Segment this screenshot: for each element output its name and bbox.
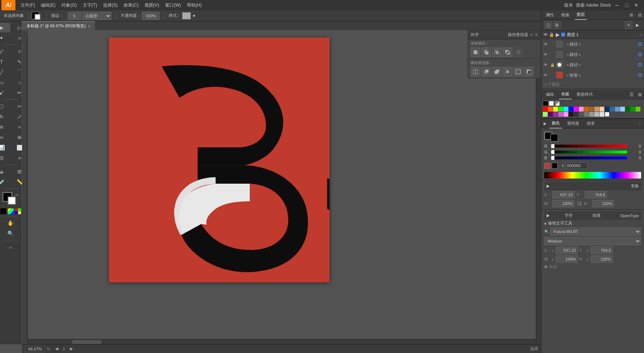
transform-title[interactable]: ▶ 变换 <box>544 182 641 190</box>
panel-close-btn[interactable]: ✕ <box>535 33 538 37</box>
menu-type[interactable]: 文字(T) <box>80 0 100 10</box>
swatch-gray1[interactable] <box>569 112 573 117</box>
pen-tool[interactable]: 🖊 <box>0 47 10 56</box>
fill-stroke-colors[interactable]: ↔ <box>3 192 19 206</box>
rotate-tool[interactable]: ↻ <box>0 112 10 121</box>
swatch-tan[interactable] <box>589 107 594 112</box>
menu-window[interactable]: 窗口(W) <box>162 0 184 10</box>
menu-effect[interactable]: 效果(C) <box>121 0 142 10</box>
hex-input[interactable] <box>566 162 588 169</box>
color-panel-options[interactable]: ⋮ <box>638 121 642 126</box>
zoom-tool[interactable]: 🔍 <box>2 229 19 238</box>
layer-item-path1[interactable]: 👁 ＜路径＞ <box>541 39 644 49</box>
type-x-input[interactable] <box>556 247 578 254</box>
font-style-select[interactable]: Medium <box>544 237 641 245</box>
shape-expand-btn[interactable] <box>513 47 523 57</box>
stroke-color[interactable] <box>8 197 16 205</box>
tab-links[interactable]: 链接 <box>559 10 572 20</box>
layer-merge-icon[interactable]: ⊞ <box>553 21 561 29</box>
swatch-gray8[interactable] <box>605 112 609 117</box>
layer1-header[interactable]: 👁 🔒 ▶ 图层 1 ○ <box>541 31 644 39</box>
layer-move-icon[interactable]: ≡ <box>625 21 632 29</box>
swatch-gray5[interactable] <box>589 112 594 117</box>
tab-gradient[interactable]: 渐变 <box>584 119 597 128</box>
layer-expand-icon[interactable]: ▶ <box>634 21 641 29</box>
pf-minus-back-btn[interactable] <box>524 67 534 77</box>
type-w-input[interactable] <box>556 255 578 263</box>
canvas-area[interactable] <box>28 30 541 344</box>
paintbrush-tool[interactable]: 🖌 <box>0 88 10 98</box>
swatch-beige[interactable] <box>594 107 599 112</box>
font-name-select[interactable]: Futura Md BT <box>550 227 641 236</box>
swatch-lightlime[interactable] <box>543 112 548 117</box>
eyedropper-tool[interactable]: 💉 <box>0 177 10 187</box>
opacity-input[interactable] <box>142 12 160 20</box>
shape-exclude-btn[interactable] <box>503 47 512 57</box>
b-track[interactable] <box>551 156 627 159</box>
magic-wand-tool[interactable]: ✦ <box>0 33 10 43</box>
color-icon[interactable] <box>8 208 14 214</box>
eye-icon-3[interactable]: 👁 <box>544 63 549 67</box>
rect-tool[interactable]: ▭ <box>0 78 10 87</box>
align-panel-header[interactable]: 对齐 路径查找器 ≡ ✕ <box>468 31 541 39</box>
swatch-gray3[interactable] <box>579 112 584 117</box>
r-track[interactable] <box>551 145 627 148</box>
swatch-cornflower[interactable] <box>615 107 620 112</box>
minimize-button[interactable]: ─ <box>614 2 620 8</box>
stroke-type-select[interactable]: 点圆形 <box>82 12 111 20</box>
swatch-pink[interactable] <box>579 107 584 112</box>
swatch-violet[interactable] <box>553 112 558 117</box>
gradient-tool[interactable]: ⬙ <box>0 167 10 176</box>
link-icon[interactable]: ⛓ <box>577 201 582 206</box>
pf-crop-btn[interactable] <box>503 67 512 77</box>
swatch-lavender[interactable] <box>558 112 563 117</box>
type-title-row[interactable]: ▶ 字符 段落 OpenType <box>544 211 641 220</box>
scroll-h-thumb[interactable] <box>72 340 102 344</box>
color-swatch-red[interactable] <box>544 163 550 169</box>
layer-item-path2[interactable]: 👁 ＜路径＞ <box>541 49 644 60</box>
swatch-lightpurple[interactable] <box>563 112 568 117</box>
tab-layers[interactable]: 图层 <box>574 10 587 20</box>
tab-close-button[interactable]: × <box>88 24 90 29</box>
expand-arrow[interactable]: ▶ <box>556 32 560 38</box>
g-track[interactable] <box>551 151 627 153</box>
layer-item-path3[interactable]: 👁 🔒 ＜路径＞ <box>541 60 644 70</box>
slice-tool[interactable]: ⊟ <box>0 153 10 163</box>
swatch-magenta[interactable] <box>574 107 579 112</box>
swatch-purple[interactable] <box>548 112 553 117</box>
swatch-black[interactable] <box>543 101 548 106</box>
swatch-lightblue[interactable] <box>620 107 625 112</box>
artboard[interactable] <box>109 38 330 282</box>
tab-color[interactable]: 颜色 <box>549 119 562 128</box>
pf-merge-btn[interactable] <box>492 67 502 77</box>
menu-edit[interactable]: 编辑(E) <box>38 0 58 10</box>
r-handle[interactable] <box>551 144 555 148</box>
shape-minus-front-btn[interactable] <box>481 47 491 57</box>
panel-expand-btn[interactable]: ≡ <box>530 33 533 37</box>
align-pathfinder-tab[interactable]: 路径查找器 <box>508 32 528 38</box>
swap-colors-icon[interactable]: ↔ <box>15 192 19 196</box>
swatches-grid-icon[interactable]: ⊞ <box>638 92 642 97</box>
type-opentype-label[interactable]: OpenType <box>620 213 639 218</box>
x-input[interactable] <box>552 191 574 198</box>
eraser-tool[interactable]: ⬡ <box>0 102 10 111</box>
type-tool[interactable]: T <box>0 57 10 67</box>
swatch-steel[interactable] <box>610 107 615 112</box>
menu-file[interactable]: 文件(F) <box>18 0 38 10</box>
pf-outline-btn[interactable] <box>513 67 523 77</box>
type-y-input[interactable] <box>591 247 613 254</box>
swatch-blue[interactable] <box>569 107 573 112</box>
selection-tool[interactable]: ▶ <box>0 23 10 32</box>
menu-select[interactable]: 选择(S) <box>100 0 121 10</box>
panel-options-icon[interactable]: ≡ <box>630 12 633 18</box>
swatch-yellow[interactable] <box>553 107 558 112</box>
close-button[interactable]: ✕ <box>633 2 640 8</box>
menu-object[interactable]: 对象(O) <box>58 0 79 10</box>
swatch-white[interactable] <box>549 101 554 106</box>
w-input[interactable] <box>552 200 574 207</box>
swatch-gray4[interactable] <box>584 112 589 117</box>
pf-trim-btn[interactable] <box>481 67 491 77</box>
swatch-cyan[interactable] <box>563 107 568 112</box>
swatch-lime[interactable] <box>636 107 640 112</box>
swatch-red[interactable] <box>543 107 548 112</box>
